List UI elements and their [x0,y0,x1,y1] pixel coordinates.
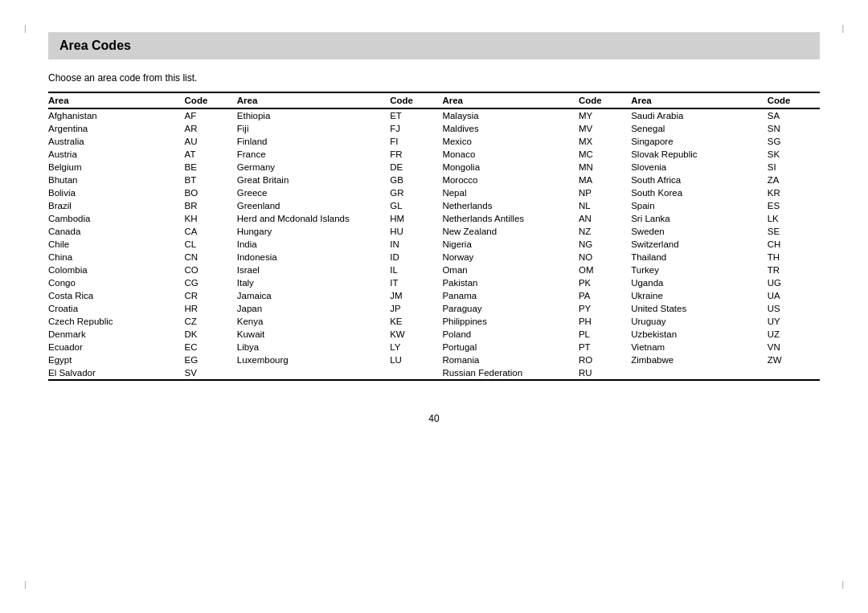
code-cell: DE [390,161,442,174]
col-header-area-2: Area [237,92,390,108]
area-cell: Bhutan [48,174,185,186]
code-cell: MN [579,161,631,174]
area-cell: Ukraine [631,289,768,302]
area-cell: Brazil [48,199,185,212]
code-cell: KR [768,186,820,199]
corner-mark-br: | [841,580,844,589]
code-cell: PL [579,328,631,341]
area-cell: Panama [442,289,579,302]
area-cell: Singapore [631,135,768,148]
code-cell: BO [185,186,237,199]
code-cell: PA [579,289,631,302]
table-row: BelgiumBEGermanyDEMongoliaMNSloveniaSI [48,161,820,174]
area-cell: United States [631,302,768,315]
code-cell: MV [579,122,631,135]
col-header-code-1: Code [185,92,237,108]
area-cell: Czech Republic [48,315,185,328]
area-cell: Austria [48,148,185,161]
area-cell: Afghanistan [48,108,185,122]
area-cell: Turkey [631,264,768,276]
table-body: AfghanistanAFEthiopiaETMalaysiaMYSaudi A… [48,108,820,380]
area-cell: Japan [237,302,390,315]
area-cell: Jamaica [237,289,390,302]
code-cell: GR [390,186,442,199]
code-cell: KH [185,212,237,225]
area-cell: Indonesia [237,251,390,264]
area-cell: Ecuador [48,341,185,353]
area-cell: Great Britain [237,174,390,186]
code-cell: ID [390,251,442,264]
code-cell: GB [390,174,442,186]
code-cell: AN [579,212,631,225]
area-cell: Mexico [442,135,579,148]
area-cell: Argentina [48,122,185,135]
code-cell: HU [390,225,442,238]
area-cell: Uganda [631,276,768,289]
code-cell: IN [390,238,442,251]
code-cell: ET [390,108,442,122]
page-title: Area Codes [59,39,809,53]
code-cell: LK [768,212,820,225]
area-cell: Fiji [237,122,390,135]
code-cell: SN [768,122,820,135]
code-cell: MX [579,135,631,148]
code-cell: CL [185,238,237,251]
subtitle: Choose an area code from this list. [48,72,820,84]
table-row: El SalvadorSVRussian FederationRU [48,366,820,380]
code-cell: DK [185,328,237,341]
area-cell: Uzbekistan [631,328,768,341]
area-cell: Netherlands Antilles [442,212,579,225]
area-cell: Mongolia [442,161,579,174]
code-cell: SI [768,161,820,174]
area-cell: China [48,251,185,264]
code-cell: NP [579,186,631,199]
area-cell: Canada [48,225,185,238]
code-cell: FJ [390,122,442,135]
area-cell: Slovak Republic [631,148,768,161]
code-cell: FI [390,135,442,148]
code-cell: EC [185,341,237,353]
area-cell: Finland [237,135,390,148]
code-cell: ES [768,199,820,212]
area-cell: Greece [237,186,390,199]
code-cell: US [768,302,820,315]
area-cell: Vietnam [631,341,768,353]
area-cell: Poland [442,328,579,341]
area-cell [237,366,390,380]
area-cell: Australia [48,135,185,148]
code-cell: CZ [185,315,237,328]
corner-mark-tl: | [24,24,27,33]
table-row: AustriaATFranceFRMonacoMCSlovak Republic… [48,148,820,161]
code-cell: AR [185,122,237,135]
area-cell: El Salvador [48,366,185,380]
code-cell: SA [768,108,820,122]
code-cell: IT [390,276,442,289]
code-cell: SK [768,148,820,161]
code-cell: TR [768,264,820,276]
area-cell: Colombia [48,264,185,276]
code-cell: CN [185,251,237,264]
area-cell: Malaysia [442,108,579,122]
table-row: ChileCLIndiaINNigeriaNGSwitzerlandCH [48,238,820,251]
code-cell: NL [579,199,631,212]
area-cell: Spain [631,199,768,212]
code-cell: OM [579,264,631,276]
area-cell: Israel [237,264,390,276]
area-cell: Bolivia [48,186,185,199]
area-cell: Libya [237,341,390,353]
col-header-area-3: Area [442,92,579,108]
area-cell: Uruguay [631,315,768,328]
code-cell: UY [768,315,820,328]
code-cell [768,366,820,380]
area-cell: Nepal [442,186,579,199]
table-row: Costa RicaCRJamaicaJMPanamaPAUkraineUA [48,289,820,302]
area-cell: Sri Lanka [631,212,768,225]
code-cell: PH [579,315,631,328]
corner-mark-tr: | [841,24,844,33]
area-cell: Kuwait [237,328,390,341]
area-cell: Maldives [442,122,579,135]
area-cell: Pakistan [442,276,579,289]
area-cell: Italy [237,276,390,289]
code-cell: CR [185,289,237,302]
code-cell: MC [579,148,631,161]
